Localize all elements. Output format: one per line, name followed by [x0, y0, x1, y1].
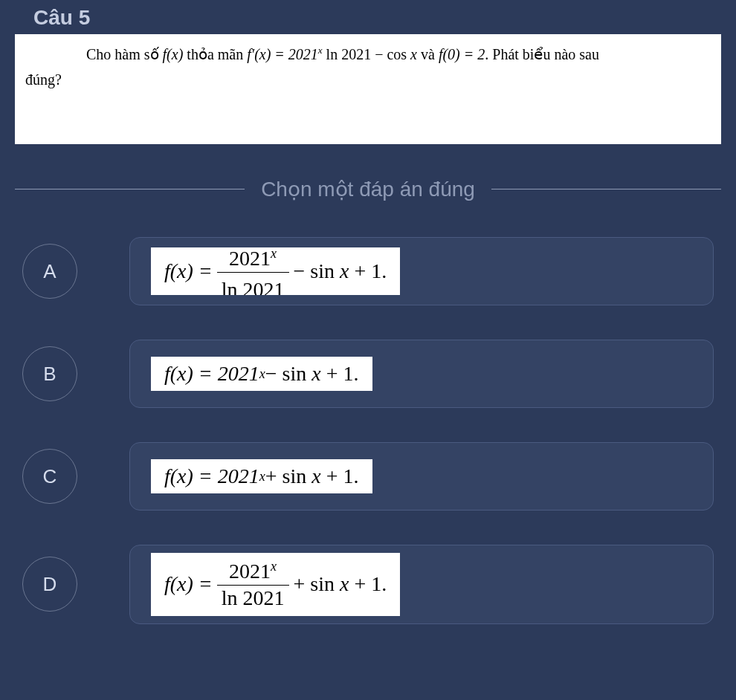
divider-text: Chọn một đáp án đúng [245, 177, 491, 201]
formula-prefix: f(x) = [164, 573, 213, 596]
q-text: thỏa mãn [183, 46, 247, 62]
answer-card: f(x) = 2021x ln 2021 − sin x + 1. [129, 237, 714, 305]
option-b[interactable]: B f(x) = 2021x − sin x + 1. [22, 340, 714, 408]
formula-prefix: f(x) = [164, 260, 213, 283]
formula-post: − sin x + 1. [265, 363, 359, 386]
q-text: ln 2021 − cos [323, 46, 411, 62]
formula-post: + sin x + 1. [265, 465, 359, 488]
q-fx: f(x) [163, 46, 184, 62]
formula-pre: f(x) = 2021 [164, 465, 259, 488]
question-box: Cho hàm số f(x) thỏa mãn f′(x) = 2021x l… [15, 34, 721, 144]
q-text: và [417, 46, 439, 62]
answer-formula: f(x) = 2021x ln 2021 + sin x + 1. [151, 553, 400, 616]
answer-card: f(x) = 2021x − sin x + 1. [129, 340, 714, 408]
formula-tail: + sin x + 1. [294, 573, 387, 596]
frac-den: ln 2021 [217, 277, 289, 295]
answer-card: f(x) = 2021x + sin x + 1. [129, 442, 714, 511]
option-letter: D [22, 557, 77, 612]
divider: Chọn một đáp án đúng [15, 177, 721, 201]
divider-line [15, 189, 245, 189]
option-letter: C [22, 449, 77, 504]
frac-bar [217, 272, 289, 273]
option-letter: B [22, 346, 77, 401]
fraction: 2021x ln 2021 [217, 247, 289, 295]
answer-formula: f(x) = 2021x + sin x + 1. [151, 459, 372, 494]
answer-card: f(x) = 2021x ln 2021 + sin x + 1. [129, 545, 714, 624]
fraction: 2021x ln 2021 [217, 559, 289, 610]
frac-num: 2021 [229, 560, 271, 583]
q-cosvar: x [410, 46, 417, 62]
option-d[interactable]: D f(x) = 2021x ln 2021 + sin x + 1. [22, 545, 714, 624]
q-fprime: f′(x) = 2021 [247, 46, 318, 62]
formula-pre: f(x) = 2021 [164, 363, 259, 386]
frac-den: ln 2021 [217, 586, 289, 610]
formula-exp: x [259, 366, 265, 381]
frac-num: 2021 [229, 247, 271, 270]
option-a[interactable]: A f(x) = 2021x ln 2021 − sin x + 1. [22, 237, 714, 305]
frac-num-exp: x [271, 559, 277, 574]
q-text: Cho hàm số [86, 46, 163, 62]
q-f0: f(0) = 2 [439, 46, 485, 62]
q-text: . Phát biểu nào sau [485, 46, 599, 62]
option-letter: A [22, 244, 77, 299]
option-c[interactable]: C f(x) = 2021x + sin x + 1. [22, 442, 714, 511]
frac-num-exp: x [271, 247, 277, 261]
formula-exp: x [259, 469, 265, 484]
formula-tail: − sin x + 1. [294, 260, 387, 283]
q-line2: đúng? [25, 67, 711, 92]
question-title: Câu 5 [15, 0, 721, 34]
answer-formula: f(x) = 2021x − sin x + 1. [151, 357, 372, 392]
divider-line [491, 189, 721, 189]
answer-formula: f(x) = 2021x ln 2021 − sin x + 1. [151, 247, 400, 295]
options-list: A f(x) = 2021x ln 2021 − sin x + 1. B f(… [15, 237, 721, 624]
